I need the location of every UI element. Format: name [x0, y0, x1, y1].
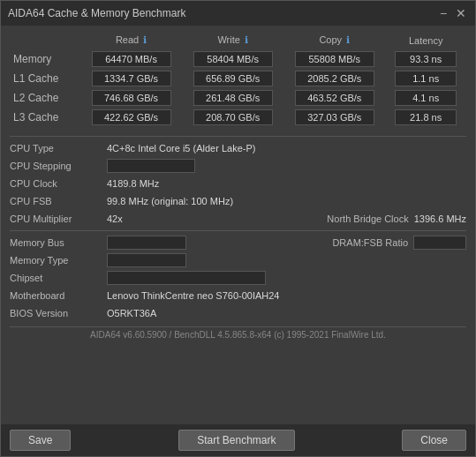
memory-type-row: Memory Type: [10, 252, 466, 268]
row-label: L3 Cache: [10, 108, 80, 127]
save-button[interactable]: Save: [10, 430, 71, 451]
cpu-fsb-label: CPU FSB: [10, 196, 107, 206]
cpu-multiplier-row: CPU Multiplier 42x North Bridge Clock 13…: [10, 211, 466, 227]
system-info: CPU Type 4C+8c Intel Core i5 (Alder Lake…: [10, 140, 466, 323]
row-write: 58404 MB/s: [182, 49, 283, 69]
memory-bus-label: Memory Bus: [10, 237, 107, 248]
cpu-type-label: CPU Type: [10, 143, 107, 154]
copy-info-icon[interactable]: ℹ: [346, 34, 350, 45]
cpu-clock-value: 4189.8 MHz: [107, 178, 159, 189]
dram-fsb-value: [413, 236, 466, 250]
cpu-stepping-label: CPU Stepping: [10, 161, 107, 171]
north-bridge-value: 1396.6 MHz: [414, 214, 466, 224]
cpu-fsb-row: CPU FSB 99.8 MHz (original: 100 MHz): [10, 193, 466, 209]
row-write: 656.89 GB/s: [182, 69, 283, 88]
cpu-stepping-row: CPU Stepping: [10, 158, 466, 174]
row-latency: 21.8 ns: [385, 108, 466, 127]
bios-row: BIOS Version O5RKT36A: [10, 305, 466, 321]
chipset-label: Chipset: [10, 273, 107, 283]
row-latency: 1.1 ns: [385, 69, 466, 88]
minimize-button[interactable]: −: [436, 6, 450, 20]
table-row: L3 Cache422.62 GB/s208.70 GB/s327.03 GB/…: [10, 108, 466, 127]
row-copy: 327.03 GB/s: [283, 108, 385, 127]
memory-type-value: [107, 253, 186, 267]
row-write: 208.70 GB/s: [182, 108, 283, 127]
window-controls: − ✕: [436, 6, 468, 20]
read-info-icon[interactable]: ℹ: [143, 34, 147, 45]
cpu-clock-label: CPU Clock: [10, 178, 107, 189]
col-read: Read ℹ: [80, 33, 182, 49]
row-copy: 2085.2 GB/s: [283, 69, 385, 88]
row-read: 422.62 GB/s: [80, 108, 182, 127]
bios-value: O5RKT36A: [107, 308, 156, 318]
row-read: 746.68 GB/s: [80, 88, 182, 108]
start-benchmark-button[interactable]: Start Benchmark: [178, 430, 294, 451]
main-window: AIDA64 Cache & Memory Benchmark − ✕ Read…: [0, 0, 476, 457]
memory-bus-row: Memory Bus DRAM:FSB Ratio: [10, 235, 466, 251]
table-row: L2 Cache746.68 GB/s261.48 GB/s463.52 GB/…: [10, 88, 466, 108]
cpu-multiplier-label: CPU Multiplier: [10, 214, 107, 224]
col-latency: Latency: [385, 33, 466, 49]
cpu-type-value: 4C+8c Intel Core i5 (Alder Lake-P): [107, 143, 255, 154]
divider-1: [10, 136, 466, 137]
row-label: L2 Cache: [10, 88, 80, 108]
north-bridge-label: North Bridge Clock: [327, 214, 408, 224]
row-read: 1334.7 GB/s: [80, 69, 182, 88]
chipset-value: [107, 271, 266, 285]
cpu-stepping-value: [107, 159, 195, 173]
cpu-clock-row: CPU Clock 4189.8 MHz: [10, 176, 466, 191]
divider-2: [10, 230, 466, 231]
cpu-type-row: CPU Type 4C+8c Intel Core i5 (Alder Lake…: [10, 140, 466, 156]
bottom-bar: Save Start Benchmark Close: [1, 424, 475, 456]
motherboard-label: Motherboard: [10, 290, 107, 301]
close-action-button[interactable]: Close: [402, 430, 466, 451]
benchmark-table: Read ℹ Write ℹ Copy ℹ Latency Memory6447…: [10, 33, 466, 127]
cpu-multiplier-value: 42x: [107, 214, 123, 224]
col-copy: Copy ℹ: [283, 33, 385, 49]
row-latency: 4.1 ns: [385, 88, 466, 108]
row-copy: 55808 MB/s: [283, 49, 385, 69]
memory-bus-value: [107, 236, 186, 250]
close-button[interactable]: ✕: [454, 6, 468, 20]
dram-fsb-label: DRAM:FSB Ratio: [332, 237, 408, 248]
row-copy: 463.52 GB/s: [283, 88, 385, 108]
table-row: L1 Cache1334.7 GB/s656.89 GB/s2085.2 GB/…: [10, 69, 466, 88]
footer-text: AIDA64 v6.60.5900 / BenchDLL 4.5.865.8-x…: [10, 326, 466, 342]
write-info-icon[interactable]: ℹ: [245, 34, 248, 45]
table-row: Memory64470 MB/s58404 MB/s55808 MB/s93.3…: [10, 49, 466, 69]
bios-label: BIOS Version: [10, 308, 107, 318]
motherboard-value: Lenovo ThinkCentre neo S760-00IAH24: [107, 290, 280, 301]
title-bar: AIDA64 Cache & Memory Benchmark − ✕: [1, 1, 475, 26]
col-label: [10, 33, 80, 49]
window-title: AIDA64 Cache & Memory Benchmark: [8, 7, 185, 19]
row-read: 64470 MB/s: [80, 49, 182, 69]
chipset-row: Chipset: [10, 270, 466, 286]
memory-type-label: Memory Type: [10, 255, 107, 266]
row-latency: 93.3 ns: [385, 49, 466, 69]
row-label: L1 Cache: [10, 69, 80, 88]
row-label: Memory: [10, 49, 80, 69]
cpu-fsb-value: 99.8 MHz (original: 100 MHz): [107, 196, 233, 206]
main-content: Read ℹ Write ℹ Copy ℹ Latency Memory6447…: [1, 26, 475, 424]
col-write: Write ℹ: [182, 33, 283, 49]
row-write: 261.48 GB/s: [182, 88, 283, 108]
motherboard-row: Motherboard Lenovo ThinkCentre neo S760-…: [10, 288, 466, 303]
